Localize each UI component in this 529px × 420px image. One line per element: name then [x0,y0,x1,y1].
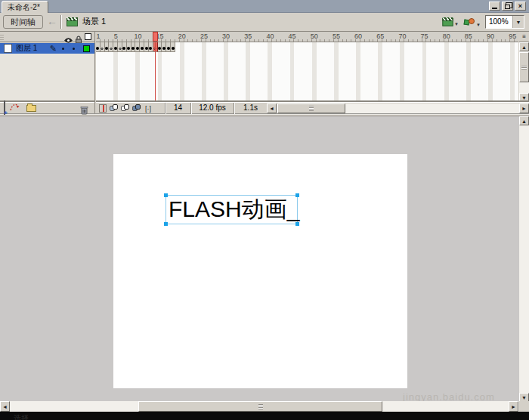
frame-view-options-button[interactable]: ≡ [519,32,529,42]
scroll-thumb[interactable] [277,103,345,113]
frame-grid[interactable] [96,42,518,102]
selection-handle[interactable] [295,193,299,197]
layer-row[interactable]: 图层 1 ✎ [0,43,94,54]
document-tab-bar: 未命名-2* × [0,0,529,13]
stage-canvas[interactable]: FLASH动画_ [113,154,407,388]
ruler-ticks [96,39,518,42]
insert-layer-button[interactable]: + [4,101,5,115]
restore-icon [505,5,510,9]
scroll-right-icon[interactable]: ► [519,103,529,113]
frame-ruler[interactable]: 15101520253035404550556065707580859095 [96,32,518,42]
scroll-down-icon[interactable]: ▼ [519,93,529,102]
watermark-text: jingyan.baidu.com [403,391,495,401]
stage-work-area[interactable]: FLASH动画_ jingyan.baidu.com ▲ ▼ [0,116,529,401]
flash-application-window: 未命名-2* × 时间轴 ← 场景 1 ▼ ▼ 100% ▼ [0,0,529,420]
add-motion-guide-button[interactable] [9,101,20,115]
playhead[interactable] [153,32,158,42]
layers-empty-area [0,54,94,102]
clipped-bottom-panel: 选择 [0,412,529,420]
restore-button[interactable] [502,2,513,11]
layer-page-icon [4,44,12,53]
modify-onion-markers-button[interactable]: [·] [143,103,153,113]
text-selection-box[interactable]: FLASH动画_ [166,195,298,224]
edit-symbols-icon [463,17,475,27]
scrollbar-corner [519,401,529,412]
zoom-dropdown-arrow-icon[interactable]: ▼ [512,16,524,28]
timeline-toggle-button[interactable]: 时间轴 [3,15,43,29]
scroll-left-icon[interactable]: ◄ [267,103,277,113]
layer-outline-color-swatch[interactable] [83,45,90,52]
show-outlines-icon[interactable] [85,33,91,40]
onion-skin-button[interactable] [109,103,119,113]
scroll-down-icon[interactable]: ▼ [519,393,529,401]
elapsed-time-indicator: 1.1s [234,103,267,114]
pencil-edit-icon: ✎ [50,44,57,54]
minimize-button[interactable] [489,2,500,11]
minimize-icon [492,8,497,9]
stage-text[interactable]: FLASH动画_ [166,196,297,223]
timeline-status-bar: [·] 14 12.0 fps 1.1s ◄ ► [96,102,529,113]
timeline-horizontal-scrollbar[interactable]: ◄ ► [267,103,529,114]
selection-handle[interactable] [164,193,168,197]
thumb-grip [521,66,527,69]
frames-column: 15101520253035404550556065707580859095 ≡… [96,32,529,113]
separator [60,15,62,29]
scroll-right-icon[interactable]: ► [509,401,518,412]
scroll-thumb[interactable] [519,52,529,82]
back-arrow-icon[interactable]: ← [47,15,57,27]
chevron-down-icon: ▼ [476,23,481,27]
close-button[interactable]: × [515,2,526,11]
scroll-left-icon[interactable]: ◄ [0,401,10,412]
scroll-up-icon[interactable]: ▲ [519,116,529,125]
playhead-line [155,42,156,102]
layer-visibility-dot[interactable] [62,48,64,50]
scene-name-label: 场景 1 [82,16,106,27]
document-tab[interactable]: 未命名-2* [2,1,48,13]
edit-bar-right-tools: ▼ ▼ 100% ▼ [442,15,524,29]
edit-symbols-button[interactable]: ▼ [463,17,481,27]
current-scene: 场景 1 [67,16,106,27]
current-frame-indicator: 14 [165,103,190,114]
stage-horizontal-scrollbar[interactable]: ◄ ► [0,401,529,412]
thumb-grip [258,404,263,409]
edit-bar: 时间轴 ← 场景 1 ▼ ▼ 100% ▼ [0,13,529,32]
document-title: 未命名-2* [8,3,40,11]
layers-header [0,32,95,42]
scroll-track[interactable] [519,125,529,393]
selection-handle[interactable] [295,222,299,226]
scroll-thumb[interactable] [138,401,382,412]
layers-footer: + [0,102,94,113]
stage-vertical-scrollbar[interactable]: ▲ ▼ [519,116,529,401]
frame-cell[interactable] [171,42,175,52]
layer-name[interactable]: 图层 1 [16,43,50,54]
chevron-down-icon: ▼ [454,22,459,26]
layer-lock-dot[interactable] [73,48,75,50]
edit-scene-icon [442,17,453,26]
timeline-panel: 图层 1 ✎ + 15101 [0,32,529,115]
scene-icon [67,17,78,26]
scroll-up-icon[interactable]: ▲ [519,42,529,51]
edit-multiple-frames-button[interactable] [131,103,142,113]
insert-layer-folder-button[interactable] [26,105,36,112]
zoom-value: 100% [486,16,512,28]
zoom-combobox[interactable]: 100% ▼ [485,15,524,29]
edit-scene-button[interactable]: ▼ [442,17,459,26]
frame-rate-indicator[interactable]: 12.0 fps [190,103,234,114]
center-frame-button[interactable] [97,103,108,113]
thumb-grip [309,106,314,111]
clipped-panel-text: 选择 [14,413,29,420]
layers-column: 图层 1 ✎ + [0,32,95,113]
selection-handle[interactable] [164,222,168,226]
timeline-vertical-scrollbar[interactable]: ▲ ▼ [519,42,529,102]
onion-skin-outlines-button[interactable] [120,103,131,113]
